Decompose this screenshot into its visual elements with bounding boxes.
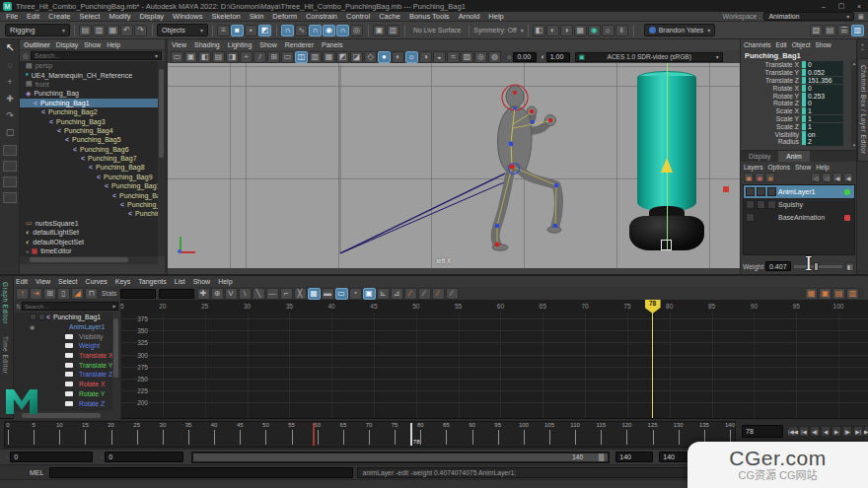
outliner-menu-help[interactable]: Help — [107, 41, 120, 48]
ge-move-nearest-picked-key-icon[interactable]: ↑ — [16, 288, 29, 300]
outliner-menu-show[interactable]: Show — [84, 41, 101, 48]
weight-value-field[interactable]: 0.407 — [765, 261, 791, 271]
ipr-render-icon[interactable]: ◑ — [560, 25, 573, 36]
layer-toggle-box[interactable] — [757, 200, 765, 209]
expand-icon[interactable]: ⌃ — [857, 47, 868, 54]
light-editor-icon[interactable]: ☼ — [602, 25, 615, 36]
ge-linear-tangents-icon[interactable]: ╲ — [253, 288, 265, 300]
select-object-icon[interactable]: ■ — [231, 25, 244, 36]
workspace-dropdown[interactable]: Animation▾ — [763, 12, 854, 21]
open-scene-icon[interactable]: ▥ — [93, 25, 106, 36]
channel-row-rotate-z[interactable]: Rotate Z0 — [741, 100, 851, 107]
user-account-chip[interactable]: Brandon Yates▾ — [644, 24, 716, 36]
visibility-box[interactable] — [38, 314, 45, 320]
graph-menu-list[interactable]: List — [175, 278, 185, 285]
save-scene-icon[interactable]: ▦ — [107, 25, 119, 36]
open-render-view-icon[interactable]: ◧ — [533, 25, 545, 36]
maximize-button[interactable]: ▢ — [832, 0, 850, 12]
ge-time-snap-icon[interactable]: ✚ — [197, 288, 210, 300]
manipulator-center-handle[interactable] — [661, 240, 672, 250]
ge-post-infinity-icon[interactable]: ▣ — [363, 288, 376, 300]
layer-tab-anim[interactable]: Anim — [778, 151, 810, 162]
graph-channel-translate-x[interactable]: Translate X — [14, 351, 119, 361]
pin-icon[interactable]: + — [857, 39, 868, 47]
outliner-item-punching-bag6[interactable]: <Punching_Bag6 — [20, 145, 158, 154]
ge-retime-tool-icon[interactable]: ◢ — [71, 288, 84, 300]
channel-value-field[interactable]: 2 — [806, 138, 843, 145]
symmetry-dropdown[interactable]: Symmetry: Off▾ — [473, 27, 523, 34]
channel-menu-channels[interactable]: Channels — [744, 41, 770, 48]
graph-channel-punching-bag1[interactable]: <Punching_Bag1 — [14, 313, 119, 322]
manipulator-arrow-icon[interactable] — [661, 158, 673, 173]
graph-menu-keys[interactable]: Keys — [115, 278, 131, 285]
vp-use-all-lights-icon[interactable]: ☼ — [405, 51, 418, 63]
layer-toggle-box[interactable] — [767, 187, 776, 196]
render-settings-icon[interactable]: ▦ — [574, 25, 587, 36]
select-tool[interactable]: ↖ — [0, 39, 20, 56]
vp-isolate-select-icon[interactable]: ◍ — [488, 51, 501, 63]
vp-image-plane-icon[interactable]: ◨ — [226, 51, 239, 63]
lasso-tool[interactable]: ◌ — [0, 56, 20, 73]
vp-gate-mask-icon[interactable]: ▥ — [309, 51, 322, 63]
range-grip-icon[interactable]: ▐▌ — [597, 453, 606, 460]
snap-grid-icon[interactable]: ∩ — [281, 25, 294, 36]
viewport-menu-panels[interactable]: Panels — [322, 41, 342, 48]
layer-menu-options[interactable]: Options — [768, 164, 790, 171]
layer-toggle-box[interactable] — [757, 187, 765, 196]
tab-channel-box-layer-editor[interactable]: Channel Box / Layer Editor — [857, 58, 868, 162]
weight-up-icon[interactable]: ◀ — [832, 173, 842, 182]
channel-value-field[interactable]: 1 — [806, 123, 843, 130]
outliner-item-punching-bag9[interactable]: <Punching_Bag9 — [20, 173, 158, 181]
graph-tree-vscrollbar[interactable] — [112, 313, 120, 411]
vp-safe-action-icon[interactable]: ◩ — [336, 51, 349, 63]
ge-auto-load-graph-icon[interactable]: ∕ — [432, 288, 445, 300]
channel-row-translate-x[interactable]: Translate X0 — [741, 61, 851, 69]
go-to-start-button[interactable]: |◀◀ — [788, 426, 798, 437]
graph-menu-tangents[interactable]: Tangents — [138, 278, 166, 285]
channel-mute-icon[interactable] — [65, 391, 73, 396]
menu-item-windows[interactable]: Windows — [173, 12, 202, 21]
graph-menu-edit[interactable]: Edit — [16, 278, 28, 285]
channel-menu-show[interactable]: Show — [815, 41, 831, 48]
vp-multisample-aa-icon[interactable]: ▨ — [461, 51, 473, 63]
menu-item-deform[interactable]: Deform — [272, 12, 297, 21]
viewport-menu-view[interactable]: View — [172, 41, 186, 48]
render-current-frame-icon[interactable]: ◐ — [546, 25, 559, 36]
viewport-canvas[interactable]: left X — [168, 63, 740, 268]
pause-viewport-icon[interactable]: ‖ — [615, 25, 628, 36]
graph-channel-weight[interactable]: Weight — [14, 341, 119, 351]
outliner-item-punching-bag2[interactable]: <Punching_Bag2 — [20, 107, 158, 116]
outliner-item-persp[interactable]: ▤persp — [20, 61, 158, 70]
snap-curve-icon[interactable]: ∿ — [295, 25, 308, 36]
mel-label[interactable]: MEL — [30, 469, 43, 476]
menu-item-select[interactable]: Select — [80, 12, 101, 21]
vp-camera-attributes-icon[interactable]: ◧ — [198, 51, 211, 63]
channel-row-scale-z[interactable]: Scale Z1 — [741, 122, 851, 130]
ge-pre-infinity-icon[interactable]: ◔ — [349, 288, 362, 300]
ge-plateau-tangents-icon[interactable]: ╳ — [294, 288, 307, 300]
ge-value-snap-icon[interactable]: ⊕ — [211, 288, 224, 300]
channel-row-scale-y[interactable]: Scale Y1 — [741, 115, 851, 123]
time-slider-track[interactable]: 0510152025303540455055606570758085909510… — [4, 421, 736, 448]
range-slider-bar[interactable]: 140 ▐▌ — [191, 452, 610, 463]
expand-toggle-icon[interactable]: + — [26, 248, 30, 254]
layer-item-squishy[interactable]: Squishy — [744, 198, 854, 211]
play-forwards-button[interactable]: ▶ — [832, 426, 841, 437]
menu-item-arnold[interactable]: Arnold — [459, 12, 480, 21]
minimize-button[interactable]: – — [815, 0, 832, 12]
vp-field-chart-icon[interactable]: ▦ — [323, 51, 335, 63]
layer-toggle-box[interactable] — [746, 187, 755, 196]
ge-swap-buffer-icon[interactable]: ▭ — [335, 288, 348, 300]
channel-mute-icon[interactable] — [65, 353, 73, 358]
layout-shortcut-4[interactable] — [3, 192, 17, 203]
ge-step-tangents-icon[interactable]: ⌐ — [280, 288, 293, 300]
outliner-item-punching-bag8[interactable]: <Punching_Bag8 — [20, 163, 158, 172]
graph-menu-select[interactable]: Select — [58, 278, 77, 285]
vp-bookmarks-icon[interactable]: ▤ — [212, 51, 225, 63]
channel-row-rotate-y[interactable]: Rotate Y0.253 — [741, 92, 851, 100]
ge-stacked-view-icon[interactable]: ▥ — [846, 288, 859, 300]
ge-insert-keys-icon[interactable]: ⇥ — [30, 288, 42, 300]
step-forward-key-button[interactable]: ▶| — [853, 426, 863, 437]
layer-menu-show[interactable]: Show — [795, 164, 811, 171]
ge-clamped-tangents-icon[interactable]: \ — [239, 288, 252, 300]
